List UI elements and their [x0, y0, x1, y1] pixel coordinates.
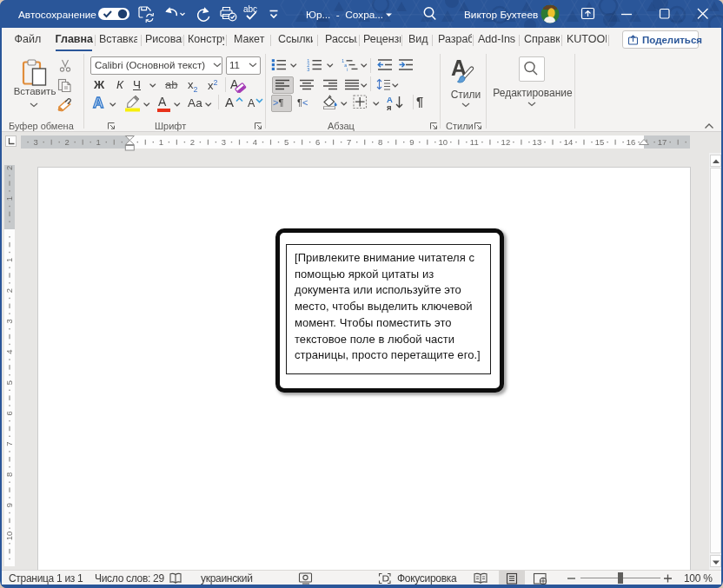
svg-text:14: 14 [564, 137, 574, 147]
svg-text:10: 10 [4, 532, 14, 541]
svg-text:9: 9 [4, 503, 14, 507]
svg-text:5: 5 [284, 137, 289, 147]
svg-text:17: 17 [658, 137, 667, 147]
svg-text:3: 3 [222, 137, 226, 147]
svg-text:7: 7 [4, 441, 14, 446]
svg-text:5: 5 [4, 380, 14, 385]
svg-text:6: 6 [4, 411, 14, 415]
svg-text:3: 3 [307, 67, 309, 71]
svg-text:8: 8 [378, 137, 382, 147]
svg-text:15: 15 [595, 137, 605, 147]
svg-text:7: 7 [347, 137, 351, 147]
svg-text:я: я [387, 102, 392, 111]
svg-text:1: 1 [4, 196, 14, 201]
svg-text:i: i [347, 67, 348, 71]
svg-text:8: 8 [4, 472, 14, 477]
svg-text:2: 2 [65, 137, 70, 147]
svg-text:3: 3 [34, 137, 38, 147]
svg-text:9: 9 [409, 137, 414, 147]
svg-text:12: 12 [501, 137, 511, 147]
svg-text:1: 1 [159, 137, 163, 147]
svg-text:10: 10 [439, 137, 448, 147]
svg-text:13: 13 [533, 137, 542, 147]
svg-text:2: 2 [4, 166, 14, 170]
svg-text:2: 2 [190, 137, 195, 147]
svg-text:1: 1 [96, 137, 101, 147]
svg-text:1: 1 [4, 258, 14, 262]
svg-text:3: 3 [4, 319, 14, 323]
svg-text:16: 16 [627, 137, 636, 147]
svg-text:11: 11 [470, 137, 479, 147]
svg-text:4: 4 [253, 137, 257, 147]
svg-text:4: 4 [4, 350, 14, 354]
svg-text:2: 2 [4, 288, 14, 293]
svg-text:6: 6 [315, 137, 320, 147]
